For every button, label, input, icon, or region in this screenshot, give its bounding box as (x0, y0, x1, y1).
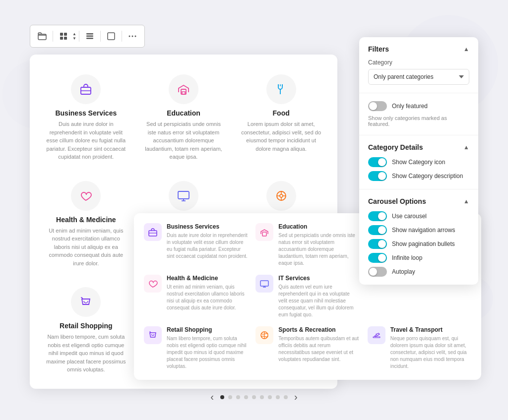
toolbar-up-arrow[interactable]: ▲ (72, 32, 76, 36)
pagination: ‹ › (0, 389, 508, 405)
page-dot-6[interactable] (260, 395, 264, 399)
show-icon-toggle[interactable] (368, 157, 387, 167)
list-item: Business Services Duis aute irure dolor … (144, 223, 248, 267)
show-desc-toggle[interactable] (368, 171, 387, 181)
svg-rect-31 (260, 281, 268, 286)
list-item: IT Services Quis autem vel eum iure repr… (255, 275, 359, 318)
list-icon-it (255, 275, 273, 293)
category-filter-select[interactable]: Only parent categoriesAll categoriesPare… (368, 69, 469, 85)
category-name: Retail Shopping (45, 322, 127, 330)
only-featured-toggle-track[interactable] (368, 101, 387, 111)
list-item-content: Sports & Recreation Temporibus autem qui… (278, 326, 359, 363)
svg-point-11 (134, 36, 136, 37)
page-dot-3[interactable] (236, 395, 240, 399)
show-icon-toggle-track[interactable] (368, 157, 387, 167)
list-item-name: Education (278, 223, 359, 230)
only-featured-toggle[interactable] (368, 101, 387, 111)
svg-point-10 (131, 36, 133, 37)
list-item: Education Sed ut perspiciatis unde omnis… (255, 223, 359, 267)
only-featured-section: Only featured Show only categories marke… (359, 93, 478, 135)
list-item: Business Services Duis aute irure dolor … (40, 69, 132, 166)
autoplay-toggle[interactable] (368, 267, 387, 277)
list-item-desc: Neque porro quisquam est, qui dolorem ip… (390, 335, 471, 370)
carousel-chevron[interactable]: ▲ (463, 198, 469, 205)
toolbar-more-btn[interactable] (125, 28, 140, 44)
list-item-name: Sports & Recreation (278, 326, 359, 333)
use-carousel-toggle-row: Use carousel (368, 211, 469, 221)
list-item-name: Travel & Transport (390, 326, 471, 333)
page-dot-4[interactable] (244, 395, 248, 399)
list-item-desc: Nam libero tempore, cum soluta nobis est… (167, 335, 248, 370)
only-featured-sublabel: Show only categories marked as featured. (368, 115, 469, 127)
category-icon-wrap-retail (71, 287, 101, 317)
category-desc: Lorem ipsum dolor sit amet, consectetur,… (240, 120, 322, 153)
list-item: Retail Shopping Nam libero tempore, cum … (40, 282, 132, 379)
infinite-loop-label: Infinite loop (392, 254, 422, 261)
show-nav-label: Show navigation arrows (392, 227, 455, 234)
category-icon-wrap-it (169, 181, 198, 211)
page-dot-9[interactable] (284, 395, 288, 399)
toolbar-square-btn[interactable] (103, 28, 119, 44)
list-item-name: Retail Shopping (167, 326, 248, 333)
show-pagination-toggle[interactable] (368, 239, 387, 249)
svg-point-23 (280, 194, 283, 197)
filters-section-header: Filters ▲ (368, 45, 469, 53)
svg-rect-6 (86, 36, 93, 37)
toolbar: ▲ ▼ (30, 25, 145, 48)
show-nav-toggle[interactable] (368, 225, 387, 235)
page-dot-5[interactable] (252, 395, 256, 399)
list-item-content: Retail Shopping Nam libero tempore, cum … (167, 326, 248, 370)
list-item-desc: Duis aute irure dolor in reprehenderit i… (167, 232, 248, 260)
infinite-loop-toggle-row: Infinite loop (368, 253, 469, 263)
only-featured-label-wrap: Only featured (392, 103, 428, 110)
category-name: Business Services (45, 109, 127, 117)
autoplay-track[interactable] (368, 267, 387, 277)
filters-panel: Filters ▲ Category Only parent categorie… (359, 37, 478, 285)
list-item: Food Lorem ipsum dolor sit amet, consect… (235, 69, 327, 166)
list-item-desc: Ut enim ad minim veniam, quis nostrud ex… (167, 284, 248, 311)
infinite-loop-toggle[interactable] (368, 253, 387, 263)
svg-rect-19 (178, 191, 189, 199)
carousel-options-header: Carousel Options ▲ (368, 197, 469, 205)
toolbar-down-arrow[interactable]: ▼ (72, 37, 76, 41)
filters-chevron-up[interactable]: ▲ (463, 46, 469, 53)
show-desc-label: Show Category description (392, 173, 463, 180)
category-desc: Ut enim ad minim veniam, quis nostrud ex… (45, 227, 127, 268)
category-desc: Duis aute irure dolor in reprehenderit i… (45, 120, 127, 161)
category-desc: Sed ut perspiciatis unde omnis iste natu… (142, 120, 225, 161)
page-dot-8[interactable] (276, 395, 280, 399)
page-dot-7[interactable] (268, 395, 272, 399)
page-dot-1[interactable] (220, 395, 224, 399)
list-item-content: Business Services Duis aute irure dolor … (167, 223, 248, 260)
svg-point-9 (128, 36, 130, 37)
page-dot-2[interactable] (228, 395, 232, 399)
toolbar-grid-btn[interactable] (56, 28, 71, 44)
show-desc-toggle-track[interactable] (368, 171, 387, 181)
show-icon-label: Show Category icon (392, 159, 445, 166)
prev-page-arrow[interactable]: ‹ (208, 389, 216, 405)
category-details-chevron[interactable]: ▲ (463, 144, 469, 151)
list-icon-education (255, 223, 273, 241)
toolbar-folder-btn[interactable] (34, 28, 50, 44)
use-carousel-toggle[interactable] (368, 211, 387, 221)
only-featured-label: Only featured (392, 103, 428, 110)
list-item-name: Business Services (167, 223, 248, 230)
category-name: Food (240, 109, 322, 117)
svg-rect-3 (60, 37, 63, 40)
show-pagination-track[interactable] (368, 239, 387, 249)
show-nav-toggle-row: Show navigation arrows (368, 225, 469, 235)
svg-rect-1 (60, 33, 63, 36)
show-nav-track[interactable] (368, 225, 387, 235)
list-item: Sports & Recreation Temporibus autem qui… (255, 326, 359, 370)
category-icon-wrap-business (71, 74, 101, 104)
category-name: Health & Medicine (45, 216, 127, 224)
list-item-desc: Sed ut perspiciatis unde omnis iste natu… (278, 232, 359, 267)
autoplay-label: Autoplay (392, 268, 415, 275)
toolbar-list-btn[interactable] (82, 28, 98, 44)
filters-header-section: Filters ▲ Category Only parent categorie… (359, 37, 478, 93)
use-carousel-track[interactable] (368, 211, 387, 221)
next-page-arrow[interactable]: › (292, 389, 300, 405)
category-icon-wrap-health (71, 181, 101, 211)
svg-rect-4 (64, 37, 67, 40)
infinite-loop-track[interactable] (368, 253, 387, 263)
